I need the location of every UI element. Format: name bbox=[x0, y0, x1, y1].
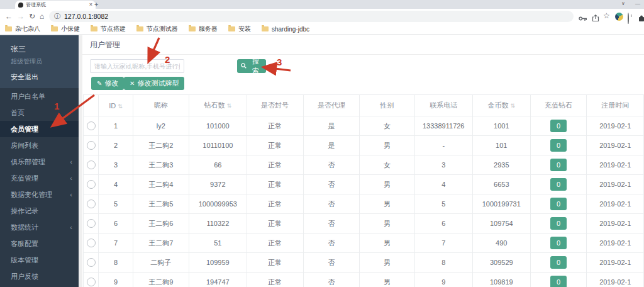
table-row[interactable]: 9 王二狗9 194747 正常 否 男 9 109819 0 2019-02-… bbox=[84, 273, 644, 287]
table-row[interactable]: 4 王二狗4 9372 正常 否 男 4 6653 0 2019-02-1 bbox=[84, 175, 644, 194]
edit-test-card-type-button[interactable]: ✕ 修改测试牌型 bbox=[124, 77, 184, 90]
column-header[interactable]: 充值钻石 bbox=[530, 95, 587, 116]
column-header[interactable]: 金币数⇅ bbox=[472, 95, 530, 116]
home-icon[interactable]: ⌂ bbox=[40, 11, 44, 21]
bookmark-item[interactable]: 安装 bbox=[228, 25, 251, 33]
browser-tab[interactable]: 管理系统 × bbox=[15, 1, 96, 9]
column-header[interactable]: 钻石数⇅ bbox=[189, 95, 247, 116]
extensions-puzzle-icon[interactable] bbox=[638, 13, 644, 25]
sidebar-item-11[interactable]: 版本管理 bbox=[0, 252, 79, 268]
recharge-diamond-button[interactable]: 0 bbox=[550, 217, 567, 230]
history-clock-icon[interactable] bbox=[628, 13, 629, 25]
column-header[interactable]: 联系电话 bbox=[414, 95, 472, 116]
bookmark-item[interactable]: 服务器 bbox=[189, 25, 218, 33]
bookmark-label: 节点测试器 bbox=[147, 25, 178, 33]
site-info-icon[interactable]: ⓘ bbox=[54, 12, 60, 21]
recharge-diamond-button[interactable]: 0 bbox=[550, 256, 567, 269]
sidebar-item-label: 充值管理 bbox=[11, 174, 38, 182]
bookmark-item[interactable]: sharding-jdbc bbox=[262, 26, 309, 33]
sidebar-item-8[interactable]: 操作记录 bbox=[0, 203, 79, 219]
table-row[interactable]: 8 二狗子 109959 正常 否 男 8 309529 0 2019-02-1 bbox=[84, 253, 644, 273]
column-header-label: 联系电话 bbox=[430, 101, 457, 109]
edit-button-label: 修改 bbox=[104, 79, 118, 88]
share-icon[interactable] bbox=[592, 13, 599, 25]
cell-diamonds: 110322 bbox=[189, 214, 247, 234]
edit-button[interactable]: ✎ 修改 bbox=[91, 77, 124, 90]
recharge-diamond-button[interactable]: 0 bbox=[550, 139, 567, 152]
recharge-diamond-button[interactable]: 0 bbox=[550, 237, 567, 249]
sidebar-item-label: 首页 bbox=[11, 109, 25, 116]
row-select-radio[interactable] bbox=[87, 219, 96, 228]
table-row[interactable]: 5 王二狗5 1000099953 正常 否 男 5 1000199731 0 … bbox=[84, 194, 644, 214]
cell-nickname: 二狗子 bbox=[133, 253, 189, 273]
recharge-diamond-button[interactable]: 0 bbox=[550, 276, 567, 287]
table-row[interactable]: 2 王二狗2 10110100 正常 是 男 - 101 0 2019-02-1 bbox=[84, 136, 644, 155]
search-button[interactable]: 搜索 bbox=[237, 59, 266, 73]
sidebar-item-9[interactable]: 数据统计 ‹ bbox=[0, 219, 79, 235]
cell-phone: 5 bbox=[414, 194, 472, 214]
sidebar-item-5[interactable]: 俱乐部管理 ‹ bbox=[0, 154, 79, 170]
tab-search-chevron-icon[interactable]: ∨ bbox=[621, 1, 625, 6]
recharge-diamond-button[interactable]: 0 bbox=[550, 198, 567, 210]
row-select-radio[interactable] bbox=[87, 200, 96, 208]
sidebar-item-10[interactable]: 客服配置 bbox=[0, 235, 79, 252]
admin-app: 张三 超级管理员 安全退出 用户白名单 首页 会员管理 房间列表 俱乐部管理 ‹… bbox=[0, 35, 644, 287]
sort-icon[interactable]: ⇅ bbox=[227, 103, 232, 109]
recharge-diamond-button[interactable]: 0 bbox=[550, 159, 567, 171]
search-input[interactable] bbox=[90, 59, 184, 73]
new-tab-icon[interactable]: + bbox=[94, 1, 98, 8]
sidebar-item-3[interactable]: 会员管理 bbox=[0, 121, 79, 137]
column-header[interactable]: ID⇅ bbox=[99, 95, 133, 116]
cell-phone: 6 bbox=[414, 214, 472, 234]
row-select-radio[interactable] bbox=[87, 258, 96, 267]
column-header[interactable]: 性别 bbox=[360, 95, 414, 116]
sidebar-item-7[interactable]: 数据变化管理 ‹ bbox=[0, 186, 79, 203]
forward-icon[interactable]: → bbox=[17, 11, 25, 21]
sort-icon[interactable]: ⇅ bbox=[511, 103, 516, 109]
row-select-radio[interactable] bbox=[87, 278, 96, 286]
sidebar-item-2[interactable]: 首页 bbox=[0, 104, 79, 121]
table-row[interactable]: 1 ly2 101000 正常 是 女 13338911726 1001 0 2… bbox=[84, 116, 644, 136]
address-bar[interactable]: ⓘ 127.0.0.1:8082 bbox=[49, 11, 574, 22]
row-select-radio[interactable] bbox=[87, 121, 96, 130]
cell-gender: 男 bbox=[360, 214, 414, 234]
bookmark-item[interactable]: 节点搭建 bbox=[91, 25, 126, 33]
cell-gender: 男 bbox=[360, 175, 414, 194]
key-icon[interactable] bbox=[579, 13, 587, 25]
edit-pencil-icon: ✎ bbox=[97, 81, 102, 87]
minimize-icon[interactable]: — bbox=[635, 1, 640, 6]
row-select-radio[interactable] bbox=[87, 160, 96, 169]
profile-avatar[interactable] bbox=[615, 13, 623, 21]
bookmark-item[interactable]: 杂七杂八 bbox=[5, 25, 40, 33]
sidebar-item-6[interactable]: 充值管理 ‹ bbox=[0, 170, 79, 186]
table-row[interactable]: 7 王二狗7 51 正常 否 男 7 490 0 2019-02-1 bbox=[84, 234, 644, 253]
recharge-diamond-button[interactable]: 0 bbox=[550, 120, 567, 132]
table-row[interactable]: 6 王二狗6 110322 正常 否 男 6 109754 0 2019-02-… bbox=[84, 214, 644, 234]
sidebar-item-1[interactable]: 用户白名单 bbox=[0, 88, 79, 104]
back-icon[interactable]: ← bbox=[5, 11, 13, 21]
edit-test-card-type-label: 修改测试牌型 bbox=[137, 79, 179, 88]
bookmark-item[interactable]: 节点测试器 bbox=[136, 25, 178, 33]
cell-id: 4 bbox=[99, 175, 133, 194]
column-header[interactable]: 注册时间 bbox=[587, 95, 644, 116]
column-header[interactable]: 是否封号 bbox=[247, 95, 303, 116]
column-header[interactable]: 是否代理 bbox=[303, 95, 360, 116]
reload-icon[interactable]: ↻ bbox=[29, 11, 35, 21]
sidebar-menu: 用户白名单 首页 会员管理 房间列表 俱乐部管理 ‹ 充值管理 ‹ 数据变化管理… bbox=[0, 88, 79, 284]
cell-gender: 女 bbox=[360, 155, 414, 175]
sort-icon[interactable]: ⇅ bbox=[118, 103, 123, 110]
column-header-label: 昵称 bbox=[154, 101, 168, 109]
sidebar-item-4[interactable]: 房间列表 bbox=[0, 137, 79, 154]
row-select-radio[interactable] bbox=[87, 239, 96, 247]
bookmark-star-icon[interactable]: ☆ bbox=[603, 11, 610, 20]
row-select-radio[interactable] bbox=[87, 180, 96, 189]
bookmark-item[interactable]: 小保健 bbox=[51, 25, 80, 33]
recharge-diamond-button[interactable]: 0 bbox=[550, 178, 567, 191]
sidebar-item-12[interactable]: 用户反馈 bbox=[0, 268, 79, 284]
url-text[interactable]: 127.0.0.1:8082 bbox=[64, 13, 108, 20]
tab-close-icon[interactable]: × bbox=[89, 2, 92, 8]
logout-button[interactable]: 安全退出 bbox=[11, 72, 79, 82]
table-row[interactable]: 3 王二狗3 66 正常 否 女 3 2935 0 2019-02-1 bbox=[84, 155, 644, 175]
column-header[interactable]: 昵称 bbox=[133, 95, 189, 116]
row-select-radio[interactable] bbox=[87, 141, 96, 150]
